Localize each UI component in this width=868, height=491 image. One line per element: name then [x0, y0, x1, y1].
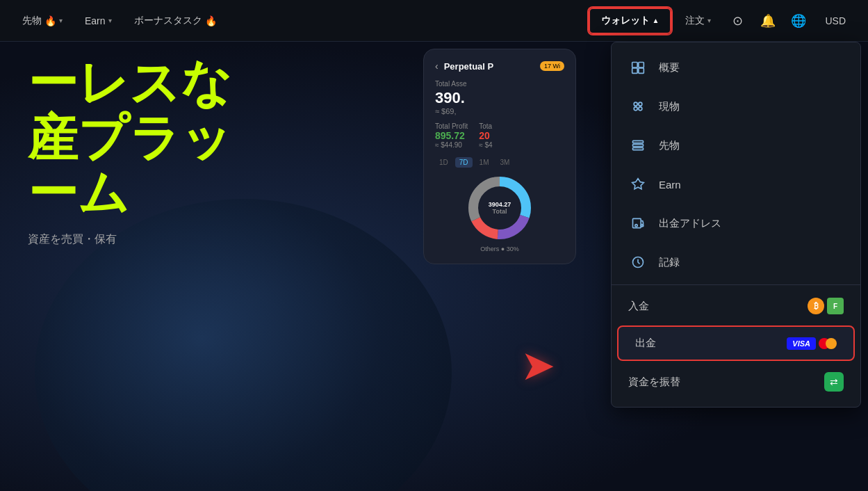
mastercard-icon: [819, 338, 837, 349]
svg-point-12: [639, 107, 642, 111]
profit-label: Total Profit: [435, 122, 468, 130]
total-assets-usd: ≈ $69,: [435, 107, 564, 115]
dropdown-item-withdraw[interactable]: 出金 VISA: [617, 325, 855, 361]
transfer-label: 資金を振替: [628, 376, 824, 389]
donut-label-text: Total: [489, 208, 511, 215]
loss-usd: ≈ $4: [479, 141, 492, 149]
tab-7d[interactable]: 7D: [455, 157, 473, 168]
total-assets-value: 390.: [435, 89, 564, 107]
bitcoin-icon: ₿: [808, 298, 824, 314]
fiat-icon: F: [827, 298, 844, 314]
dropdown-item-transfer[interactable]: 資金を振替 ⇄: [612, 362, 860, 401]
futures-fire-icon: 🔥: [44, 15, 56, 26]
futures-chevron-icon: ▾: [59, 17, 63, 24]
overview-label: 概要: [659, 61, 680, 74]
transfer-icon: ⇄: [824, 372, 844, 392]
history-label: 記録: [659, 256, 680, 269]
currency-selector[interactable]: USD: [817, 11, 854, 31]
hero-title-line1: ーレスな: [28, 56, 232, 111]
hero-title-line2: 産プラッ: [28, 111, 232, 166]
wallet-dropdown: 概要 現物 先物 Earn: [611, 42, 861, 408]
svg-point-19: [641, 225, 643, 227]
earn-menu-icon: [628, 175, 648, 194]
phone-back-icon: ‹: [435, 61, 439, 72]
dropdown-item-history[interactable]: 記録: [612, 243, 860, 282]
language-button[interactable]: 🌐: [786, 8, 811, 33]
globe-icon: 🌐: [791, 13, 806, 29]
hero-content: ーレスな 産プラッ ーム 資産を売買・保有: [28, 56, 232, 247]
navbar: 先物 🔥 ▾ Earn ▾ ボーナスタスク 🔥 ウォレット ▲ 注文 ▾ ⊙ 🔔…: [0, 0, 868, 42]
bonus-label: ボーナスタスク: [134, 15, 202, 27]
profit-usd: ≈ $44.90: [435, 141, 468, 149]
tab-1d[interactable]: 1D: [435, 157, 452, 168]
dropdown-item-deposit[interactable]: 入金 ₿ F: [612, 288, 860, 324]
profile-button[interactable]: ⊙: [725, 8, 750, 33]
loss-value: 20: [479, 130, 492, 141]
tab-3m[interactable]: 3M: [496, 157, 514, 168]
loss-label: Tota: [479, 122, 492, 130]
bonus-fire-icon: 🔥: [205, 15, 217, 26]
futures-menu-label: 先物: [659, 139, 680, 152]
nav-item-bonus[interactable]: ボーナスタスク 🔥: [126, 10, 225, 31]
svg-point-10: [639, 102, 642, 106]
history-icon: [628, 252, 648, 272]
legend-others: Others ● 30%: [480, 246, 518, 252]
earn-chevron-icon: ▾: [108, 17, 112, 24]
spot-icon: [628, 97, 648, 116]
svg-point-18: [635, 225, 637, 227]
total-assets-label: Total Asse: [435, 80, 564, 88]
overview-icon: [628, 58, 648, 77]
wallet-chevron-icon: ▲: [653, 17, 660, 24]
earn-label: Earn: [85, 15, 106, 26]
svg-rect-5: [632, 63, 638, 68]
hero-description: 資産を売買・保有: [28, 232, 232, 247]
visa-icon: VISA: [787, 337, 816, 350]
withdraw-payment-icons: VISA: [787, 337, 837, 350]
divider-1: [612, 284, 860, 285]
dropdown-item-overview[interactable]: 概要: [612, 48, 860, 87]
tab-1m[interactable]: 1M: [475, 157, 493, 168]
dropdown-item-withdrawal-address[interactable]: 出金アドレス: [612, 204, 860, 243]
svg-rect-6: [639, 63, 644, 68]
dropdown-item-spot[interactable]: 現物: [612, 87, 860, 126]
wallet-label: ウォレット: [601, 15, 650, 27]
assets-partial: .: [461, 89, 465, 106]
nav-item-order[interactable]: 注文 ▾: [677, 10, 719, 31]
profile-icon: ⊙: [732, 13, 743, 29]
phone-mockup: ‹ Perpetual P 17 Wi Total Asse 390. ≈ $6…: [423, 49, 576, 264]
phone-title: Perpetual P: [444, 61, 494, 72]
withdraw-label: 出金: [635, 337, 787, 350]
deposit-label: 入金: [628, 300, 808, 313]
svg-rect-8: [639, 68, 644, 74]
earn-menu-label: Earn: [659, 179, 681, 191]
nav-item-earn[interactable]: Earn ▾: [76, 11, 120, 31]
spot-label: 現物: [659, 100, 680, 113]
svg-point-11: [634, 107, 637, 111]
dropdown-item-futures[interactable]: 先物: [612, 126, 860, 165]
hero-title-line3: ーム: [28, 166, 232, 220]
withdrawal-address-label: 出金アドレス: [659, 217, 721, 230]
wallet-button[interactable]: ウォレット ▲: [589, 8, 672, 34]
notifications-button[interactable]: 🔔: [755, 8, 780, 33]
bell-icon: 🔔: [760, 13, 776, 29]
withdrawal-address-icon: [628, 214, 648, 233]
donut-chart: 3904.27 Total: [465, 173, 534, 243]
order-chevron-icon: ▾: [707, 17, 711, 24]
deposit-icons: ₿ F: [808, 298, 844, 314]
phone-badge: 17 Wi: [540, 61, 564, 71]
svg-rect-13: [633, 140, 644, 143]
svg-point-9: [634, 102, 637, 106]
donut-value: 3904.27: [489, 201, 511, 208]
profit-value: 895.72: [435, 130, 468, 141]
nav-item-futures[interactable]: 先物 🔥 ▾: [14, 10, 71, 31]
currency-label: USD: [825, 15, 846, 26]
order-label: 注文: [685, 15, 705, 27]
svg-marker-16: [632, 179, 644, 189]
highlight-arrow: ➤: [521, 341, 555, 389]
svg-rect-15: [633, 147, 644, 150]
svg-rect-14: [633, 144, 644, 146]
futures-menu-icon: [628, 136, 648, 155]
dropdown-item-earn[interactable]: Earn: [612, 165, 860, 204]
svg-rect-7: [632, 68, 638, 74]
futures-label: 先物: [22, 15, 42, 27]
